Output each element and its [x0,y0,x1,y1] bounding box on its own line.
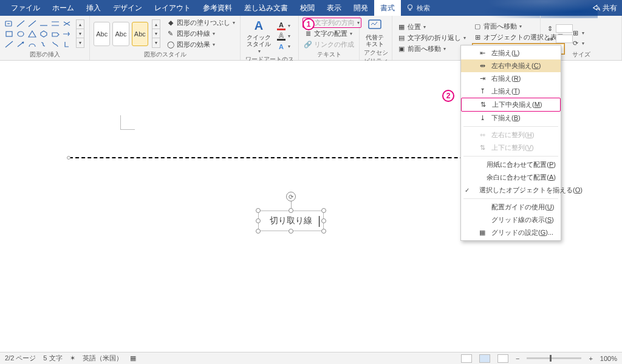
group-wordart-styles: A クイック スタイル▾ A▾ A▾ A▾ ワードアートのスタイル [241,16,299,60]
view-web-layout[interactable] [497,354,508,363]
width-icon: ⇔ [545,35,554,43]
text-effects-button[interactable]: A▾ [276,42,292,52]
align-center-h-icon: ⇹ [478,62,487,70]
menu-align-to-selected[interactable]: ✓選択したオブジェクトを揃える(O) [461,184,561,197]
shape-fill-label: 図形の塗りつぶし [177,18,230,27]
group-accessibility: 代替テ キスト アクセシビリティ [360,16,392,60]
menu-view-gridlines[interactable]: グリッド線の表示(S) [461,214,561,226]
distribute-h-icon: ⇿ [478,131,487,140]
tab-format[interactable]: 書式 [374,0,401,16]
bring-forward-button[interactable]: ▣前面へ移動▾ [396,44,467,54]
status-macro-icon[interactable]: ▦ [130,354,136,362]
resize-handle-tr[interactable] [321,208,326,213]
status-bar: 2/2 ページ 5 文字 ✶ 英語（米国） ▦ − + 100% [0,352,622,364]
text-align-icon: ≣ [304,30,312,38]
menu-align-center-h[interactable]: ⇹左右中央揃え(C) [461,59,561,72]
selected-textbox[interactable]: 切り取り線 ⟳ [258,211,324,231]
view-read-mode[interactable] [461,354,472,363]
share-icon [592,4,600,12]
menu-distribute-h: ⇿左右に整列(H) [461,129,561,141]
style-thumb-1[interactable]: Abc [94,22,110,46]
resize-handle-ml[interactable] [256,218,261,223]
resize-handle-bl[interactable] [256,229,261,234]
shape-styles-more[interactable]: ▴▾▾ [152,19,160,48]
tab-insert[interactable]: 挿入 [80,0,107,16]
resize-handle-mr[interactable] [321,218,326,223]
shapes-gallery-more[interactable]: ▴▾▾ [76,19,84,48]
status-page[interactable]: 2/2 ページ [5,354,36,363]
tab-file[interactable]: ファイル [5,0,46,16]
svg-point-3 [18,32,24,36]
menu-align-to-page[interactable]: 用紙に合わせて配置(P) [461,158,561,171]
zoom-level[interactable]: 100% [600,355,617,362]
width-input[interactable]: ⇔ [544,34,574,44]
position-button[interactable]: ▦位置▾ [396,22,467,32]
shape-fill-button[interactable]: ◆図形の塗りつぶし▾ [165,18,236,28]
resize-handle-tm[interactable] [289,208,293,213]
line-end-handle[interactable] [67,156,70,160]
alt-text-button[interactable]: 代替テ キスト [363,17,386,49]
height-icon: ⇕ [545,24,554,33]
group-label-text: テキスト [302,50,355,60]
style-thumb-3[interactable]: Abc [132,22,148,46]
menu-align-top[interactable]: ⤒上揃え(T) [461,85,561,98]
position-icon: ▦ [397,23,406,32]
shape-effects-button[interactable]: ◯図形の効果▾ [165,39,236,50]
menu-align-to-margin[interactable]: 余白に合わせて配置(A) [461,171,561,184]
menu-grid-settings[interactable]: ▦グリッドの設定(G)... [461,226,561,239]
menu-align-right[interactable]: ⇥右揃え(R) [461,72,561,85]
style-thumb-2[interactable]: Abc [112,22,129,46]
text-caret [319,216,320,227]
text-effects-icon: A [277,42,285,51]
quick-styles-button[interactable]: A クイック スタイル▾ [244,17,273,55]
tab-review[interactable]: 校閲 [294,0,321,16]
link-icon: 🔗 [304,41,312,49]
textbox-text: 切り取り線 [270,215,312,226]
status-proofing-icon[interactable]: ✶ [70,354,75,362]
bring-forward-label: 前面へ移動 [408,44,441,53]
height-input[interactable]: ⇕ [544,24,574,33]
text-align-button[interactable]: ≣文字の配置▾ [302,29,361,39]
view-print-layout[interactable] [479,354,490,363]
tab-design[interactable]: デザイン [107,0,148,16]
menu-use-guides[interactable]: 配置ガイドの使用(U) [461,201,561,214]
text-outline-button[interactable]: A▾ [276,32,292,41]
dashed-line-shape[interactable] [69,157,494,158]
text-align-label: 文字の配置 [314,29,347,38]
shape-outline-button[interactable]: ✎図形の枠線▾ [165,29,236,39]
text-fill-button[interactable]: A▾ [276,21,292,31]
menu-distribute-v: ⇅上下に整列(V) [461,141,561,154]
menu-align-center-v[interactable]: ⇅上下中央揃え(M) [461,98,561,112]
zoom-slider[interactable] [527,357,581,359]
rotate-handle[interactable]: ⟳ [286,192,296,201]
menu-align-bottom[interactable]: ⤓下揃え(B) [461,112,561,124]
share-button[interactable]: 共有 [592,3,617,13]
align-top-icon: ⤒ [478,87,487,96]
tab-layout[interactable]: レイアウト [148,0,197,16]
tab-developer[interactable]: 開発 [347,0,374,16]
align-center-v-icon: ⇅ [479,101,487,109]
tab-mailings[interactable]: 差し込み文書 [238,0,294,16]
status-word-count[interactable]: 5 文字 [43,354,62,363]
align-bottom-icon: ⤓ [478,114,487,123]
tab-references[interactable]: 参考資料 [197,0,238,16]
zoom-in-button[interactable]: + [589,355,592,362]
align-right-icon: ⇥ [478,75,487,83]
svg-rect-4 [369,20,381,29]
resize-handle-bm[interactable] [289,229,293,234]
bring-forward-icon: ▣ [397,45,406,53]
text-wrap-button[interactable]: ▤文字列の折り返し▾ [396,33,467,43]
callout-2: 2 [442,90,454,102]
shapes-gallery[interactable] [4,19,72,49]
tab-home[interactable]: ホーム [46,0,80,16]
zoom-out-button[interactable]: − [516,355,519,362]
tell-me-search[interactable]: 検索 [401,0,435,16]
callout-1: 1 [302,18,315,30]
menu-align-left[interactable]: ⇤左揃え(L) [461,47,561,59]
lightbulb-icon [406,4,414,12]
resize-handle-tl[interactable] [256,208,261,213]
tab-view[interactable]: 表示 [321,0,347,16]
resize-handle-br[interactable] [321,229,326,234]
status-language[interactable]: 英語（米国） [83,354,123,363]
grid-icon: ▦ [478,229,487,237]
